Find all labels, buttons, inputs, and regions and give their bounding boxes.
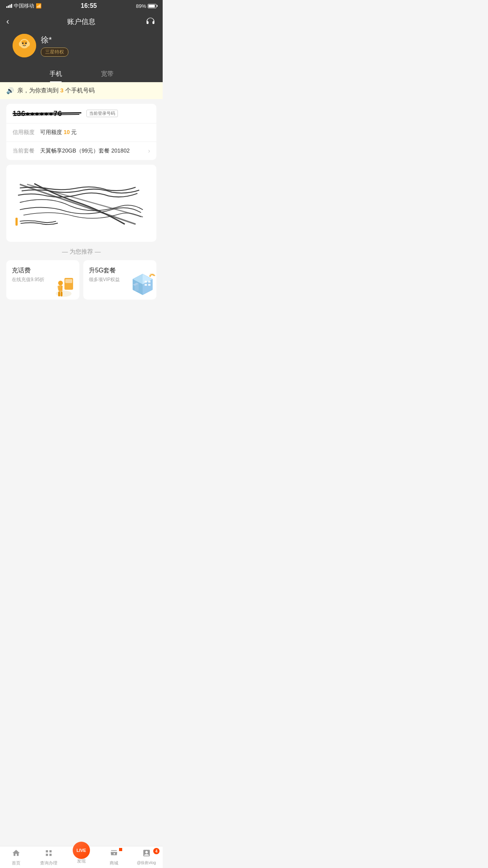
tab-broadband[interactable]: 宽带 — [81, 65, 133, 82]
credit-amount: 10 — [64, 129, 70, 135]
status-right: 89% — [136, 3, 156, 9]
page-title: 账户信息 — [67, 17, 95, 26]
battery-label: 89% — [136, 3, 146, 9]
header-nav: ‹ 账户信息 — [6, 16, 156, 28]
vip-badge: 三星特权 — [41, 48, 68, 57]
wifi-icon: 📶 — [36, 3, 42, 9]
account-card: 136●●●●●●76 当前登录号码 信用额度 可用额度 10 元 当前套餐 天… — [6, 104, 156, 160]
status-bar: 中国移动 📶 16:55 89% — [0, 0, 163, 12]
headset-icon[interactable] — [145, 16, 156, 28]
svg-point-3 — [22, 42, 24, 44]
tabs: 手机 宽带 — [6, 65, 156, 82]
svg-rect-27 — [148, 281, 150, 283]
battery-icon — [148, 4, 156, 8]
svg-rect-26 — [145, 281, 147, 283]
package-label: 当前套餐 — [13, 147, 40, 154]
signal-bars — [6, 4, 12, 8]
fiveg-icon — [129, 272, 152, 296]
arrow-right-icon: › — [148, 147, 150, 154]
header: ‹ 账户信息 徐* 三星特权 — [0, 12, 163, 82]
credit-row: 信用额度 可用额度 10 元 — [6, 123, 156, 142]
second-number-card — [6, 165, 156, 242]
avatar — [13, 34, 36, 57]
notice-text: 亲，为你查询到 3 个手机号码 — [17, 87, 95, 94]
recommendation-title: — 为您推荐 — — [0, 248, 163, 256]
svg-point-4 — [25, 42, 27, 44]
back-button[interactable]: ‹ — [6, 17, 18, 27]
topup-icon — [52, 272, 75, 296]
user-details: 徐* 三星特权 — [41, 35, 68, 57]
svg-rect-14 — [65, 279, 72, 283]
svg-line-8 — [13, 113, 81, 114]
svg-point-6 — [27, 42, 30, 46]
phone-number-row: 136●●●●●●76 当前登录号码 — [6, 104, 156, 123]
notice-banner: 🔊 亲，为你查询到 3 个手机号码 — [0, 82, 163, 99]
svg-rect-20 — [61, 292, 62, 296]
notice-count: 3 — [60, 87, 63, 94]
svg-point-5 — [19, 42, 22, 46]
package-row[interactable]: 当前套餐 天翼畅享20GB（99元）套餐 201802 › — [6, 142, 156, 160]
topup-card[interactable]: 充话费 在线充值9.95折 — [6, 260, 79, 300]
svg-rect-19 — [58, 292, 60, 296]
svg-rect-11 — [15, 218, 18, 226]
svg-rect-29 — [148, 284, 150, 286]
user-info: 徐* 三星特权 — [6, 34, 156, 65]
status-left: 中国移动 📶 — [6, 2, 42, 9]
phone-number: 136●●●●●●76 — [13, 109, 83, 118]
svg-rect-28 — [145, 284, 147, 286]
tab-mobile[interactable]: 手机 — [30, 65, 81, 82]
svg-point-2 — [21, 40, 28, 45]
notice-icon: 🔊 — [6, 87, 14, 94]
login-badge: 当前登录号码 — [86, 110, 118, 117]
time-display: 16:55 — [81, 2, 97, 9]
username: 徐* — [41, 35, 68, 45]
fiveg-card[interactable]: 升5G套餐 领多项VIP权益 — [83, 260, 156, 300]
svg-point-32 — [149, 275, 151, 277]
package-value: 天翼畅享20GB（99元）套餐 201802 — [40, 147, 148, 154]
credit-value: 可用额度 10 元 — [40, 129, 150, 136]
credit-label: 信用额度 — [13, 129, 40, 136]
carrier-label: 中国移动 — [14, 2, 34, 9]
svg-point-15 — [58, 281, 63, 285]
recommendation-row: 充话费 在线充值9.95折 升5G套餐 领多项VIP权益 — [6, 260, 156, 300]
